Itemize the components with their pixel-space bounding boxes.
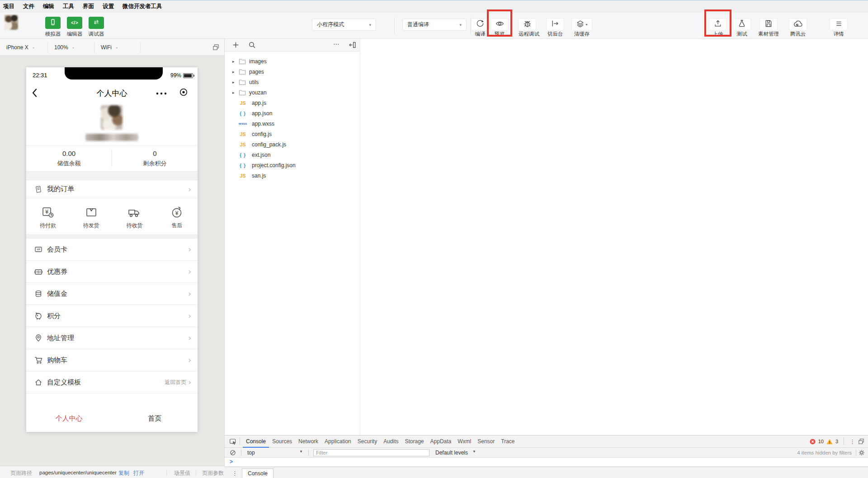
tab-audits[interactable]: Audits	[380, 436, 401, 448]
stored-balance[interactable]: 0.00 储值余额	[26, 145, 112, 171]
tree-file-app-js[interactable]: JS app.js	[225, 98, 360, 108]
details-label: 详情	[826, 31, 851, 37]
editor-toggle-button[interactable]: </>	[67, 17, 82, 29]
menu-file[interactable]: 文件	[23, 3, 34, 10]
debugger-toggle-button[interactable]	[89, 17, 104, 29]
warning-count[interactable]: 3	[835, 439, 838, 444]
tab-application[interactable]: Application	[321, 436, 354, 448]
tab-console[interactable]: Console	[243, 436, 269, 448]
tree-file-app-wxss[interactable]: wxss app.wxss	[225, 118, 360, 129]
menu-settings[interactable]: 设置	[103, 3, 114, 10]
console-settings-gear-icon[interactable]	[859, 450, 865, 456]
compile-button[interactable]	[471, 18, 489, 31]
tab-profile[interactable]: 个人中心	[26, 405, 112, 432]
devtools-menu-icon[interactable]: ⋮	[849, 438, 855, 445]
menu-row-stored-value[interactable]: 储值金 ›	[26, 283, 198, 305]
expand-arrow-icon[interactable]: ▸	[232, 80, 237, 84]
copy-path-link[interactable]: 复制	[118, 469, 129, 477]
tab-wxml[interactable]: Wxml	[454, 436, 474, 448]
network-select[interactable]: WiFi ⌄	[101, 39, 118, 56]
chevron-down-icon[interactable]: ▼	[472, 450, 476, 454]
tab-storage[interactable]: Storage	[402, 436, 427, 448]
preview-button[interactable]	[491, 18, 509, 31]
order-item-to-ship[interactable]: 待发货	[83, 205, 99, 230]
tree-folder-images[interactable]: ▸ images	[225, 56, 360, 66]
menu-wechat-devtools[interactable]: 微信开发者工具	[123, 3, 162, 10]
menu-row-label: 地址管理	[47, 334, 188, 342]
tab-home[interactable]: 首页	[112, 405, 198, 432]
search-icon[interactable]	[248, 41, 256, 49]
clear-cache-button[interactable]: ▾	[571, 18, 592, 31]
tree-file-ext-json[interactable]: { } ext.json	[225, 150, 360, 160]
log-levels-select[interactable]: Default levels	[435, 450, 468, 456]
tree-file-config-pack-js[interactable]: JS config_pack.js	[225, 139, 360, 150]
order-item-to-receive[interactable]: 待收货	[126, 205, 142, 230]
assets-manager-button[interactable]	[760, 18, 778, 31]
mode-select[interactable]: 小程序模式 ▾	[312, 19, 376, 31]
tab-sensor[interactable]: Sensor	[474, 436, 498, 448]
console-filter-input[interactable]	[313, 449, 429, 456]
tree-file-project-config-json[interactable]: { } project.config.json	[225, 160, 360, 170]
console-output[interactable]: >	[225, 458, 868, 467]
js-file-icon: JS	[237, 100, 249, 106]
scene-value-label[interactable]: 场景值	[174, 469, 190, 477]
menu-row-address[interactable]: 地址管理 ›	[26, 327, 198, 349]
more-actions-icon[interactable]: ⋯	[333, 40, 340, 47]
menu-interface[interactable]: 界面	[83, 3, 94, 10]
open-path-link[interactable]: 打开	[133, 469, 144, 477]
tab-network[interactable]: Network	[295, 436, 321, 448]
tencent-cloud-button[interactable]	[789, 18, 807, 31]
tree-folder-utils[interactable]: ▸ utils	[225, 77, 360, 87]
menu-project[interactable]: 项目	[3, 3, 14, 10]
user-profile-avatar[interactable]	[101, 105, 123, 130]
clear-console-icon[interactable]	[230, 450, 236, 456]
page-params-label[interactable]: 页面参数	[202, 469, 224, 477]
more-options-icon[interactable]	[156, 89, 167, 97]
menu-tools[interactable]: 工具	[63, 3, 74, 10]
points-remaining[interactable]: 0 剩余积分	[112, 145, 198, 171]
simulator-toggle-button[interactable]	[45, 17, 61, 29]
tree-file-app-json[interactable]: { } app.json	[225, 108, 360, 118]
expand-arrow-icon[interactable]: ▸	[232, 70, 237, 74]
switch-background-button[interactable]	[546, 18, 564, 31]
test-button[interactable]	[733, 18, 751, 31]
add-file-icon[interactable]	[232, 41, 240, 49]
user-avatar[interactable]	[5, 15, 18, 30]
collapse-panel-icon[interactable]	[349, 41, 356, 49]
error-count[interactable]: 10	[818, 439, 824, 444]
tree-folder-youzan[interactable]: ▸ youzan	[225, 87, 360, 98]
menu-row-membership-card[interactable]: VIP 会员卡 ›	[26, 239, 198, 261]
drawer-tab-console[interactable]: Console	[242, 469, 274, 478]
tab-security[interactable]: Security	[354, 436, 380, 448]
details-button[interactable]	[830, 18, 848, 31]
tab-trace[interactable]: Trace	[498, 436, 518, 448]
menu-row-cart[interactable]: 购物车 ›	[26, 349, 198, 371]
tree-file-config-js[interactable]: JS config.js	[225, 129, 360, 139]
menu-row-coupons[interactable]: 优惠券 ›	[26, 261, 198, 283]
chevron-down-icon[interactable]: ▼	[299, 450, 303, 454]
my-orders-row[interactable]: 我的订单 ›	[26, 180, 198, 198]
order-item-aftersale[interactable]: ¥ 售后	[170, 205, 184, 230]
tree-file-san-js[interactable]: JS san.js	[225, 170, 360, 181]
zoom-select[interactable]: 100% ⌄	[54, 39, 75, 56]
compile-mode-select[interactable]: 普通编译 ▾	[402, 19, 467, 31]
expand-arrow-icon[interactable]: ▸	[232, 59, 237, 64]
capsule-home-icon[interactable]	[179, 88, 188, 98]
back-to-home-link[interactable]: 返回首页	[165, 379, 186, 386]
expand-arrow-icon[interactable]: ▸	[232, 90, 237, 95]
tree-folder-pages[interactable]: ▸ pages	[225, 66, 360, 77]
context-select[interactable]: top	[247, 450, 255, 456]
tab-appdata[interactable]: AppData	[427, 436, 455, 448]
drawer-menu-icon[interactable]: ⋮	[232, 470, 238, 477]
device-select[interactable]: iPhone X ⌄	[6, 39, 35, 56]
tab-sources[interactable]: Sources	[269, 436, 295, 448]
undock-simulator-button[interactable]	[212, 39, 219, 56]
menu-edit[interactable]: 编辑	[43, 3, 54, 10]
menu-row-custom-template[interactable]: 自定义模板 返回首页 ›	[26, 371, 198, 394]
undock-devtools-icon[interactable]	[858, 438, 864, 445]
order-item-pending-payment[interactable]: ¥ 待付款	[40, 205, 56, 230]
menu-row-points[interactable]: 积分 ›	[26, 305, 198, 327]
remote-debug-button[interactable]	[518, 18, 536, 31]
inspect-element-icon[interactable]	[229, 438, 237, 445]
upload-button[interactable]	[709, 18, 727, 31]
